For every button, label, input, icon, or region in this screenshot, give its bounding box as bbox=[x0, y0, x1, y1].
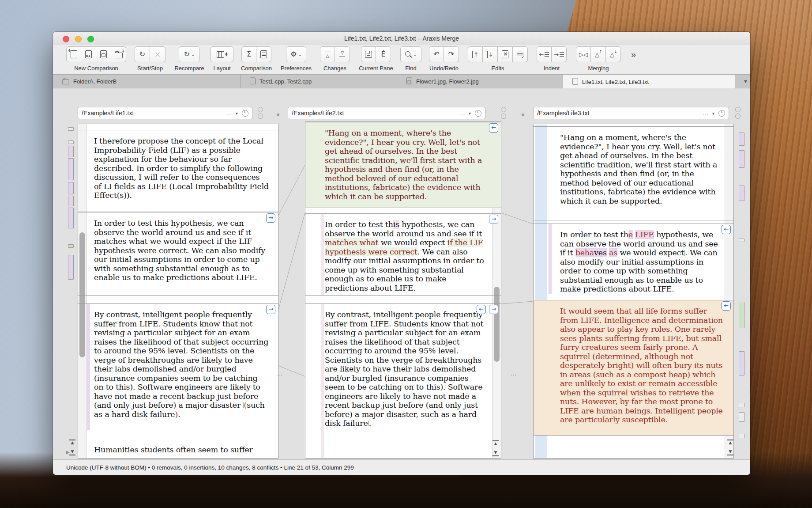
change-map-marker[interactable] bbox=[739, 412, 744, 422]
comparison-report-button[interactable] bbox=[256, 46, 271, 62]
comparison-area: /Examples/Life1.txt…▾/Examples/Life2.txt… bbox=[53, 88, 750, 459]
doc-image-icon bbox=[406, 78, 412, 86]
start-button[interactable]: ↻ bbox=[135, 46, 150, 62]
path-dropdown-button[interactable]: ▾ bbox=[469, 111, 471, 116]
merge-left-button[interactable]: ← bbox=[722, 301, 731, 311]
expand-triangle-icon[interactable]: ▶ bbox=[66, 450, 70, 455]
new-folder-comparison-button[interactable] bbox=[111, 46, 126, 62]
history-clock-icon[interactable] bbox=[242, 110, 248, 117]
change-map-marker[interactable] bbox=[68, 244, 74, 248]
change-map-marker[interactable] bbox=[68, 158, 74, 180]
text-run: By contrast, intelligent people frequent… bbox=[325, 310, 483, 419]
change-map-marker[interactable] bbox=[739, 239, 744, 242]
insert-before-button[interactable]: ↑ bbox=[468, 46, 483, 62]
accept-change-button[interactable] bbox=[513, 46, 528, 62]
text-block: By contrast, intelligent people frequent… bbox=[305, 303, 501, 459]
merge-both-button[interactable]: ▷◁ bbox=[576, 46, 591, 62]
change-map-marker[interactable] bbox=[68, 146, 74, 157]
outdent-button[interactable]: ← bbox=[537, 46, 552, 62]
history-clock-icon[interactable] bbox=[475, 110, 481, 117]
file-path-field-3[interactable]: /Examples/Life3.txt…▾ bbox=[533, 107, 729, 119]
tab-foldera-folderb[interactable]: FolderA, FolderB bbox=[53, 75, 241, 88]
conflict-up-button[interactable]: △↑ bbox=[591, 46, 606, 62]
insert-after-button[interactable]: ↓ bbox=[483, 46, 498, 62]
pane-link-toggle[interactable] bbox=[501, 107, 507, 120]
text-run: "Hang on a moment, where's the evidence?… bbox=[560, 133, 717, 205]
layout-columns-button[interactable]: ▲▼ bbox=[211, 46, 233, 62]
next-change-button[interactable] bbox=[335, 46, 350, 62]
file-pane-life2-txt: "Hang on a moment, where's the evidence?… bbox=[305, 121, 501, 459]
title-bar[interactable]: Life1.txt, Life2.txt, Life3.txt – Araxis… bbox=[53, 32, 750, 45]
scroll-to-bot-button[interactable]: ▼ bbox=[492, 450, 499, 456]
toolbar-group-find: ⌄Find bbox=[400, 46, 421, 62]
merge-left-button[interactable]: ← bbox=[489, 123, 498, 133]
scroll-to-bot-button[interactable]: ▼ bbox=[69, 449, 75, 455]
text-run: In order to test th bbox=[325, 220, 393, 229]
file-path-field-2[interactable]: /Examples/Life2.txt…▾ bbox=[288, 107, 485, 119]
pane-link-toggle[interactable] bbox=[735, 107, 741, 120]
change-map-marker[interactable] bbox=[739, 351, 744, 375]
merge-right-button[interactable]: → bbox=[489, 305, 498, 314]
tab-life1-txt-life2-txt-life3-txt[interactable]: Life1.txt, Life2.txt, Life3.txt bbox=[563, 75, 735, 89]
toolbar-overflow-button[interactable]: » bbox=[631, 49, 636, 60]
scroll-to-bot-button[interactable]: ▼ bbox=[727, 449, 733, 455]
new-binary-comparison-button[interactable] bbox=[81, 46, 96, 62]
comparison-summary-icon: Σ bbox=[247, 51, 251, 58]
path-menu-button[interactable]: … bbox=[703, 110, 709, 117]
file-path-field-1[interactable]: /Examples/Life1.txt…▾ bbox=[78, 107, 252, 119]
change-map-marker[interactable] bbox=[68, 140, 74, 144]
path-menu-button[interactable]: … bbox=[226, 110, 233, 117]
comparison-report-icon bbox=[260, 50, 267, 58]
toolbar-group-start-stop: ↻×Start/Stop bbox=[135, 46, 165, 62]
stop-button[interactable]: × bbox=[150, 46, 165, 62]
scroll-to-top-button[interactable]: ▲ bbox=[727, 440, 733, 446]
change-map-marker[interactable] bbox=[739, 150, 744, 168]
change-map-marker[interactable] bbox=[68, 182, 74, 194]
find-magnifier-button[interactable]: ⌄ bbox=[400, 46, 421, 62]
conflict-down-button[interactable]: △↓ bbox=[606, 46, 621, 62]
scroll-to-top-button[interactable]: ▲ bbox=[492, 440, 499, 447]
path-dropdown-button[interactable]: ▾ bbox=[712, 111, 714, 116]
file-pane-life3-txt: "Hang on a moment, where's the evidence?… bbox=[533, 124, 734, 459]
scroll-to-top-button[interactable]: ▲ bbox=[69, 440, 75, 446]
changed-text-run: beha bbox=[575, 248, 594, 257]
tab-test1-cpp-test2-cpp[interactable]: Test1.cpp, Test2.cpp bbox=[241, 75, 397, 88]
path-menu-button[interactable]: … bbox=[459, 110, 466, 117]
change-map-marker[interactable] bbox=[739, 403, 744, 407]
change-map-marker[interactable] bbox=[68, 255, 74, 280]
undo-button[interactable]: ↶ bbox=[429, 46, 444, 62]
comparison-summary-button[interactable]: Σ bbox=[241, 46, 256, 62]
history-clock-icon[interactable] bbox=[718, 110, 725, 117]
toolbar-group-edits: ↑↓Edits bbox=[468, 46, 528, 62]
change-map-marker[interactable] bbox=[739, 302, 744, 328]
new-text-comparison-button[interactable] bbox=[66, 46, 81, 62]
change-map-marker[interactable] bbox=[68, 208, 74, 228]
preferences-gear-button[interactable]: ⚙⌄ bbox=[286, 46, 306, 62]
indent-button[interactable]: → bbox=[552, 46, 567, 62]
change-map-marker[interactable] bbox=[739, 434, 744, 438]
new-image-comparison-button[interactable] bbox=[96, 46, 111, 62]
merge-left-button[interactable]: ← bbox=[722, 225, 731, 234]
text-block: By contrast, intelligent people frequent… bbox=[78, 303, 278, 430]
tab-list-dropdown-button[interactable]: ▼ bbox=[743, 79, 748, 84]
pane-link-toggle[interactable] bbox=[258, 107, 263, 120]
merge-left-button[interactable]: ← bbox=[477, 305, 486, 314]
encoding-button[interactable]: É bbox=[376, 46, 391, 62]
change-map-marker[interactable] bbox=[739, 133, 744, 146]
remove-change-button[interactable] bbox=[498, 46, 513, 62]
change-map-marker[interactable] bbox=[68, 196, 74, 206]
redo-button[interactable]: ↷ bbox=[444, 46, 459, 62]
path-dropdown-button[interactable]: ▾ bbox=[236, 111, 238, 116]
previous-change-button[interactable] bbox=[320, 46, 335, 62]
change-map-marker[interactable] bbox=[739, 186, 744, 201]
change-strip bbox=[549, 224, 552, 294]
merge-right-button[interactable]: → bbox=[489, 215, 498, 224]
tab-flower1-jpg-flower2-jpg[interactable]: Flower1.jpg, Flower2.jpg bbox=[397, 75, 563, 88]
merge-right-button[interactable]: → bbox=[266, 213, 275, 223]
change-map-marker[interactable] bbox=[68, 127, 74, 131]
save-button[interactable] bbox=[361, 46, 376, 62]
merge-right-button[interactable]: → bbox=[266, 305, 275, 314]
tab-label: Life1.txt, Life2.txt, Life3.txt bbox=[582, 79, 649, 85]
recompare-button[interactable]: ↻⌄ bbox=[179, 46, 200, 62]
gap-ellipsis: ⋯ bbox=[510, 371, 518, 379]
